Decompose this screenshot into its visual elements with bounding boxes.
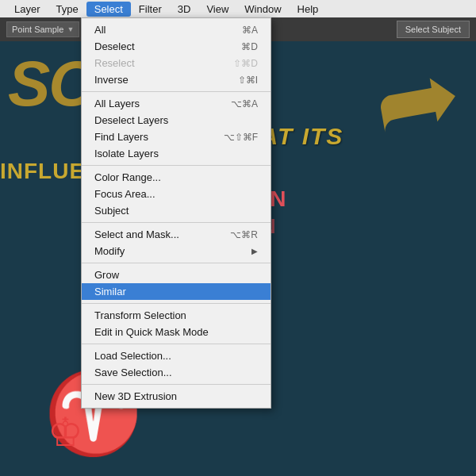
menu-item-isolate-layers-label: Isolate Layers xyxy=(94,148,159,159)
menu-item-all[interactable]: All ⌘A xyxy=(82,21,271,38)
menu-filter[interactable]: Filter xyxy=(131,2,170,17)
menu-item-inverse-shortcut: ⇧⌘I xyxy=(238,75,258,86)
menu-item-deselect[interactable]: Deselect ⌘D xyxy=(82,38,271,55)
menu-item-all-label: All xyxy=(94,24,106,36)
menu-item-focus-area[interactable]: Focus Area... xyxy=(82,186,271,202)
menu-3d[interactable]: 3D xyxy=(170,2,199,17)
select-dropdown-menu: All ⌘A Deselect ⌘D Reselect ⇧⌘D Inverse … xyxy=(81,17,271,409)
menu-item-reselect: Reselect ⇧⌘D xyxy=(82,55,271,71)
menu-window[interactable]: Window xyxy=(236,2,289,17)
menu-item-modify[interactable]: Modify ▶ xyxy=(82,243,271,259)
select-subject-button[interactable]: Select Subject xyxy=(397,21,470,38)
menu-type[interactable]: Type xyxy=(48,2,86,17)
menu-item-new-3d-extrusion-label: New 3D Extrusion xyxy=(94,390,177,402)
menu-item-deselect-layers-label: Deselect Layers xyxy=(94,114,168,126)
separator-3 xyxy=(82,222,271,223)
menu-item-inverse-label: Inverse xyxy=(94,74,129,86)
menu-item-grow-label: Grow xyxy=(94,269,119,281)
menu-item-select-and-mask[interactable]: Select and Mask... ⌥⌘R xyxy=(82,226,271,243)
menu-item-subject-label: Subject xyxy=(94,205,129,217)
menu-item-all-shortcut: ⌘A xyxy=(242,25,258,36)
menu-item-load-selection[interactable]: Load Selection... xyxy=(82,347,271,364)
menu-item-transform-selection-label: Transform Selection xyxy=(94,309,186,321)
menu-item-load-selection-label: Load Selection... xyxy=(94,350,171,362)
menu-item-quick-mask[interactable]: Edit in Quick Mask Mode xyxy=(82,324,271,340)
menu-item-find-layers-shortcut: ⌥⇧⌘F xyxy=(224,132,258,143)
menu-item-inverse[interactable]: Inverse ⇧⌘I xyxy=(82,71,271,88)
menu-item-transform-selection[interactable]: Transform Selection xyxy=(82,307,271,324)
separator-1 xyxy=(82,91,271,92)
menu-item-reselect-shortcut: ⇧⌘D xyxy=(233,58,258,69)
menu-item-new-3d-extrusion[interactable]: New 3D Extrusion xyxy=(82,388,271,405)
point-sample-label: Point Sample xyxy=(12,25,63,34)
canvas-gold-swirl: ➦ xyxy=(366,41,469,158)
menu-item-deselect-shortcut: ⌘D xyxy=(241,41,258,52)
canvas-red-script: ♔ xyxy=(48,413,83,452)
menu-item-find-layers-label: Find Layers xyxy=(94,131,148,143)
separator-5 xyxy=(82,303,271,304)
menu-item-save-selection[interactable]: Save Selection... xyxy=(82,364,271,381)
select-arrow-icon: ▼ xyxy=(67,25,74,33)
separator-7 xyxy=(82,384,271,385)
menu-item-deselect-layers[interactable]: Deselect Layers xyxy=(82,112,271,129)
menu-help[interactable]: Help xyxy=(290,2,327,17)
menu-item-select-and-mask-shortcut: ⌥⌘R xyxy=(230,229,258,240)
separator-6 xyxy=(82,344,271,344)
menu-item-reselect-label: Reselect xyxy=(94,57,135,69)
menu-item-all-layers-shortcut: ⌥⌘A xyxy=(231,98,258,109)
menu-item-modify-label: Modify xyxy=(94,245,125,257)
menu-item-focus-area-label: Focus Area... xyxy=(94,188,155,200)
separator-4 xyxy=(82,263,271,263)
menu-layer[interactable]: Layer xyxy=(6,2,48,17)
menu-item-grow[interactable]: Grow xyxy=(82,267,271,283)
menu-item-save-selection-label: Save Selection... xyxy=(94,367,172,378)
menu-item-all-layers[interactable]: All Layers ⌥⌘A xyxy=(82,95,271,112)
menu-item-isolate-layers[interactable]: Isolate Layers xyxy=(82,145,271,162)
point-sample-select[interactable]: Point Sample ▼ xyxy=(6,21,79,37)
menu-item-similar-label: Similar xyxy=(94,286,126,298)
menu-item-color-range-label: Color Range... xyxy=(94,171,161,183)
menubar: Layer Type Select Filter 3D View Window … xyxy=(0,0,476,17)
menu-item-find-layers[interactable]: Find Layers ⌥⇧⌘F xyxy=(82,129,271,145)
separator-2 xyxy=(82,165,271,166)
menu-view[interactable]: View xyxy=(198,2,236,17)
menu-item-similar[interactable]: Similar xyxy=(82,283,271,300)
menu-item-deselect-label: Deselect xyxy=(94,40,135,52)
menu-item-color-range[interactable]: Color Range... xyxy=(82,169,271,186)
menu-select[interactable]: Select xyxy=(86,2,131,17)
menu-item-quick-mask-label: Edit in Quick Mask Mode xyxy=(94,326,209,338)
menu-item-all-layers-label: All Layers xyxy=(94,98,140,109)
menu-item-select-and-mask-label: Select and Mask... xyxy=(94,228,179,240)
canvas-text-influe: INFLUE xyxy=(0,159,85,184)
modify-submenu-icon: ▶ xyxy=(251,247,258,255)
menu-item-subject[interactable]: Subject xyxy=(82,202,271,219)
